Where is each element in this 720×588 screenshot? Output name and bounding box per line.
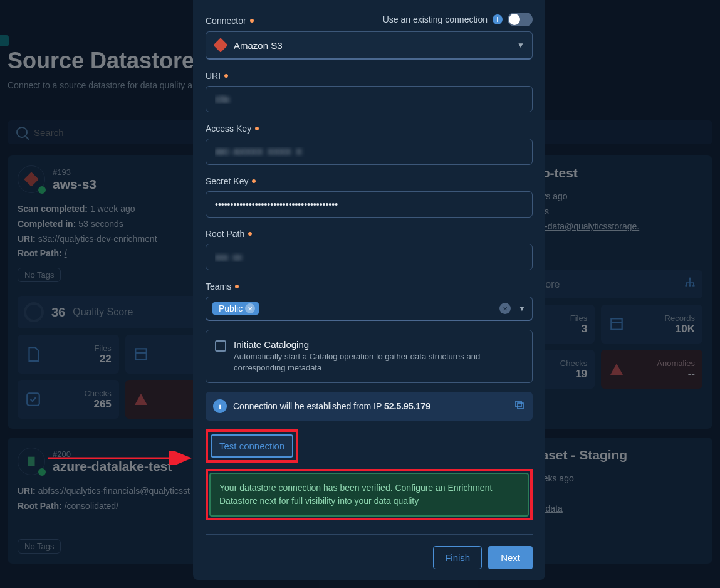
info-icon[interactable]: i (493, 14, 503, 24)
uri-input[interactable] (206, 86, 533, 112)
test-connection-button[interactable]: Test connection (211, 434, 293, 458)
team-chip[interactable]: Public ✕ (212, 302, 259, 315)
ip-info-banner: i Connection will be established from IP… (206, 392, 533, 421)
label-teams: Teams (206, 281, 533, 291)
copy-icon[interactable] (514, 399, 525, 413)
label-root-path: Root Path (206, 229, 533, 239)
next-button[interactable]: Next (488, 546, 533, 569)
svg-rect-17 (516, 401, 521, 407)
chevron-down-icon: ▼ (517, 41, 524, 50)
connector-dropdown[interactable]: Amazon S3 ▼ (206, 31, 533, 60)
secret-key-input[interactable] (206, 191, 533, 218)
checkbox[interactable] (215, 340, 226, 352)
use-existing-toggle[interactable] (508, 13, 533, 26)
teams-select[interactable]: Public ✕ ✕ ▼ (206, 297, 533, 321)
remove-chip-icon[interactable]: ✕ (245, 303, 255, 313)
access-key-input[interactable] (206, 139, 533, 165)
label-connector: Connector (206, 16, 254, 26)
finish-button[interactable]: Finish (433, 546, 482, 569)
label-uri: URI (206, 71, 533, 81)
label-secret-key: Secret Key (206, 176, 533, 186)
label-access-key: Access Key (206, 123, 533, 134)
connection-modal: Connector Use an existing connection i A… (193, 0, 545, 580)
svg-rect-15 (214, 38, 227, 52)
initiate-cataloging-option[interactable]: Initiate Cataloging Automatically start … (206, 330, 533, 383)
amazon-s3-icon (214, 38, 227, 52)
annotation-arrow (48, 451, 197, 465)
clear-all-icon[interactable]: ✕ (499, 303, 511, 314)
info-icon: i (213, 399, 227, 413)
root-path-input[interactable] (206, 244, 533, 270)
chevron-down-icon: ▼ (518, 304, 526, 313)
connection-success-message: Your datastore connection has been verif… (209, 473, 529, 517)
use-existing-toggle-label: Use an existing connection i (383, 13, 533, 26)
svg-rect-16 (518, 403, 523, 409)
